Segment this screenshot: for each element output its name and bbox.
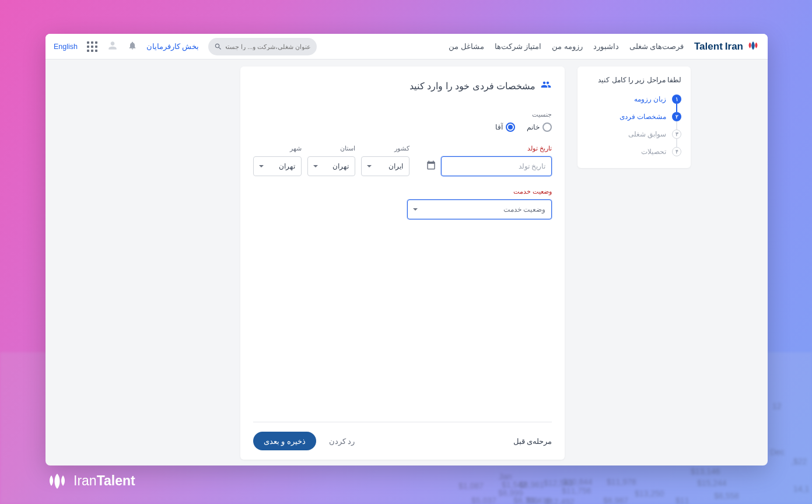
bg-spreadsheet-cell: Jan — [499, 472, 512, 504]
military-label: وضعیت خدمت — [407, 188, 552, 195]
skip-button[interactable]: رد کردن — [329, 437, 355, 446]
bg-spreadsheet-cell: $13,250 — [635, 489, 664, 504]
avatar-icon[interactable] — [107, 40, 118, 54]
radio-label-female: خانم — [527, 123, 540, 131]
search-input[interactable] — [226, 43, 311, 50]
step-number: ۴ — [672, 147, 681, 156]
save-next-button[interactable]: ذخیره و بعدی — [253, 432, 316, 450]
bg-spreadsheet-cell: $8,987 — [603, 496, 628, 504]
nav-dashboard[interactable]: داشبورد — [593, 42, 619, 51]
apps-grid-icon[interactable] — [87, 41, 97, 52]
city-value: تهران — [260, 162, 295, 170]
radio-label-male: آقا — [495, 123, 503, 131]
step-label: تحصیلات — [641, 148, 666, 156]
city-label: شهر — [253, 145, 302, 152]
bg-spreadsheet-cell: 12 — [772, 401, 782, 504]
gender-radio-group: خانم آقا — [253, 123, 552, 132]
bg-spreadsheet-cell: $8,558 — [714, 491, 739, 504]
step-education[interactable]: ۴ تحصیلات — [584, 147, 681, 156]
prev-step-button[interactable]: مرحله‌ی قبل — [513, 437, 552, 446]
bg-spreadsheet-cell: $11 — [676, 496, 689, 504]
dob-label: تاریخ تولد — [426, 145, 552, 152]
people-icon — [540, 79, 552, 92]
footer-logo: IranTalent — [46, 473, 135, 489]
province-select[interactable]: تهران — [307, 156, 356, 176]
search-icon — [214, 43, 222, 51]
language-toggle[interactable]: English — [54, 43, 78, 51]
logo-mark-icon — [747, 41, 760, 52]
calendar-icon[interactable] — [426, 160, 436, 173]
logo-text-iran: Iran — [725, 41, 743, 52]
province-value: تهران — [314, 162, 349, 170]
country-value: ایران — [368, 162, 403, 170]
chevron-down-icon — [313, 161, 318, 172]
step-number: ۱ — [672, 94, 681, 104]
nav-my-jobs[interactable]: مشاغل من — [449, 42, 484, 51]
bg-spreadsheet-cell: $5,037 — [471, 496, 496, 504]
dob-input[interactable] — [441, 156, 552, 176]
province-label: استان — [307, 145, 356, 152]
footer-logo-text: IranTalent — [74, 473, 135, 489]
notifications-bell-icon[interactable] — [128, 41, 137, 52]
step-label: سوابق شغلی — [628, 130, 666, 138]
main-form-card: مشخصات فردی خود را وارد کنید جنسیت خانم … — [240, 66, 565, 460]
bg-spreadsheet-cell: 14,1 — [793, 484, 809, 504]
chevron-down-icon — [258, 161, 264, 172]
city-select[interactable]: تهران — [253, 156, 302, 176]
step-label: مشخصات فردی — [620, 113, 666, 121]
chevron-down-icon — [412, 204, 418, 215]
gender-radio-male[interactable]: آقا — [495, 123, 515, 132]
logo-text-talent: Talent — [694, 41, 723, 52]
step-personal-info[interactable]: ۲ مشخصات فردی — [584, 112, 681, 121]
step-resume-language[interactable]: ۱ زبان رزومه — [584, 94, 681, 104]
bg-spreadsheet-cell: $9,419 — [526, 496, 551, 504]
military-value: وضعیت خدمت — [414, 205, 545, 214]
step-label: زبان رزومه — [634, 95, 666, 103]
logo[interactable]: IranTalent — [694, 41, 760, 52]
employer-section-link[interactable]: بخش کارفرمایان — [146, 42, 199, 51]
card-title: مشخصات فردی خود را وارد کنید — [410, 80, 536, 92]
app-window: IranTalent فرصت‌های شغلی داشبورد رزومه م… — [46, 34, 768, 466]
military-status-select[interactable]: وضعیت خدمت — [407, 200, 552, 219]
step-connector — [676, 104, 677, 112]
steps-sidebar: لطفا مراحل زیر را کامل کنید ۱ زبان رزومه… — [578, 66, 691, 168]
step-connector — [676, 139, 677, 147]
country-select[interactable]: ایران — [361, 156, 410, 176]
gender-radio-female[interactable]: خانم — [527, 123, 552, 132]
nav-my-resume[interactable]: رزومه من — [552, 42, 582, 51]
search-box[interactable] — [208, 38, 317, 55]
country-label: کشور — [361, 145, 410, 152]
bg-spreadsheet-cell: $11,756 — [562, 486, 592, 504]
nav-job-opportunities[interactable]: فرصت‌های شغلی — [629, 42, 684, 51]
step-connector — [676, 121, 677, 130]
nav-company-score[interactable]: امتیاز شرکت‌ها — [495, 42, 541, 51]
step-number: ۳ — [672, 130, 681, 139]
step-number: ۲ — [672, 112, 681, 121]
sidebar-title: لطفا مراحل زیر را کامل کنید — [584, 76, 681, 84]
app-header: IranTalent فرصت‌های شغلی داشبورد رزومه م… — [46, 34, 768, 60]
step-work-history[interactable]: ۳ سوابق شغلی — [584, 130, 681, 139]
footer-logo-mark-icon — [46, 474, 69, 489]
gender-label: جنسیت — [253, 111, 552, 118]
chevron-down-icon — [366, 161, 372, 172]
